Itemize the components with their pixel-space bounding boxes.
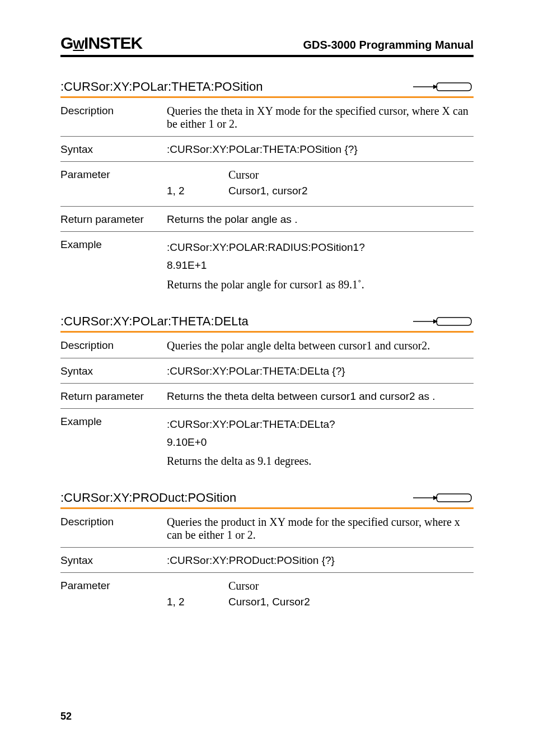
row-content: Returns the polar angle as .	[167, 213, 474, 226]
row-content: :CURSor:XY:POLar:THETA:POSition {?}	[167, 143, 474, 156]
param-key	[167, 580, 228, 592]
query-icon	[412, 316, 474, 326]
section-header: :CURSor:XY:POLar:THETA:POSition	[60, 80, 474, 98]
manual-title: GDS-3000 Programming Manual	[303, 39, 474, 52]
table-row: Description Queries the product in XY mo…	[60, 509, 474, 548]
table-row: Return parameter Returns the theta delta…	[60, 384, 474, 409]
row-label: Parameter	[60, 580, 167, 612]
brand-logo: GWINSTEK	[60, 34, 142, 53]
sections-container: :CURSor:XY:POLar:THETA:POSition Descript…	[60, 80, 474, 617]
row-label: Syntax	[60, 365, 167, 377]
row-label: Return parameter	[60, 390, 167, 403]
param-table: Cursor 1, 2 Cursor1, Cursor2	[167, 580, 474, 612]
row-content: Returns the theta delta between cursor1 …	[167, 390, 474, 403]
table-row: Parameter Cursor 1, 2 Cursor1, cursor2	[60, 162, 474, 207]
page-number: 52	[60, 711, 72, 722]
row-label: Syntax	[60, 143, 167, 156]
table-row: Syntax :CURSor:XY:POLar:THETA:POSition {…	[60, 137, 474, 162]
example-line: 9.10E+0	[167, 433, 474, 451]
param-key: 1, 2	[167, 185, 228, 197]
command-name: :CURSor:XY:PRODuct:POSition	[60, 491, 236, 505]
example-block: :CURSor:XY:POLAR:RADIUS:POSition1?8.91E+…	[167, 239, 474, 294]
section-header: :CURSor:XY:POLar:THETA:DELta	[60, 314, 474, 333]
row-content: :CURSor:XY:POLar:THETA:DELta {?}	[167, 365, 474, 377]
section-header: :CURSor:XY:PRODuct:POSition	[60, 491, 474, 509]
command-section: :CURSor:XY:PRODuct:POSition Description …	[60, 491, 474, 617]
example-line: Returns the delta as 9.1 degrees.	[167, 451, 474, 470]
param-row: 1, 2 Cursor1, cursor2	[167, 185, 474, 200]
command-section: :CURSor:XY:POLar:THETA:DELta Description…	[60, 314, 474, 477]
table-row: Description Queries the theta in XY mode…	[60, 98, 474, 137]
row-label: Example	[60, 239, 167, 294]
table-row: Syntax :CURSor:XY:PRODuct:POSition {?}	[60, 548, 474, 573]
example-line: Returns the polar angle for cursor1 as 8…	[167, 275, 474, 294]
command-name: :CURSor:XY:POLar:THETA:POSition	[60, 80, 263, 94]
page-header: GWINSTEK GDS-3000 Programming Manual	[60, 34, 474, 57]
row-label: Syntax	[60, 554, 167, 567]
row-content: Queries the product in XY mode for the s…	[167, 516, 474, 542]
row-content: Queries the theta in XY mode for the spe…	[167, 105, 474, 130]
example-block: :CURSor:XY:POLar:THETA:DELta?9.10E+0Retu…	[167, 416, 474, 471]
row-label: Example	[60, 416, 167, 471]
param-row: 1, 2 Cursor1, Cursor2	[167, 596, 474, 612]
table-row: Description Queries the polar angle delt…	[60, 333, 474, 358]
query-icon	[412, 82, 474, 92]
example-line: 8.91E+1	[167, 256, 474, 274]
param-key: 1, 2	[167, 596, 228, 608]
command-name: :CURSor:XY:POLar:THETA:DELta	[60, 314, 249, 329]
table-row: Syntax :CURSor:XY:POLar:THETA:DELta {?}	[60, 358, 474, 384]
param-value: Cursor1, Cursor2	[228, 596, 474, 608]
param-row: Cursor	[167, 169, 474, 185]
query-icon	[412, 493, 474, 503]
example-line: :CURSor:XY:POLar:THETA:DELta?	[167, 416, 474, 433]
table-row: Example :CURSor:XY:POLar:THETA:DELta?9.1…	[60, 409, 474, 477]
row-label: Description	[60, 516, 167, 542]
example-line: :CURSor:XY:POLAR:RADIUS:POSition1?	[167, 239, 474, 256]
row-label: Description	[60, 339, 167, 352]
table-row: Parameter Cursor 1, 2 Cursor1, Cursor2	[60, 573, 474, 617]
row-label: Parameter	[60, 169, 167, 200]
param-value: Cursor1, cursor2	[228, 185, 474, 197]
table-row: Example :CURSor:XY:POLAR:RADIUS:POSition…	[60, 232, 474, 300]
command-section: :CURSor:XY:POLar:THETA:POSition Descript…	[60, 80, 474, 300]
param-value: Cursor	[228, 169, 474, 181]
row-content: :CURSor:XY:PRODuct:POSition {?}	[167, 554, 474, 567]
param-value: Cursor	[228, 580, 474, 592]
row-content: Queries the polar angle delta between cu…	[167, 339, 474, 352]
table-row: Return parameter Returns the polar angle…	[60, 207, 474, 232]
param-table: Cursor 1, 2 Cursor1, cursor2	[167, 169, 474, 200]
row-label: Return parameter	[60, 213, 167, 226]
row-label: Description	[60, 105, 167, 130]
param-key	[167, 169, 228, 181]
param-row: Cursor	[167, 580, 474, 596]
